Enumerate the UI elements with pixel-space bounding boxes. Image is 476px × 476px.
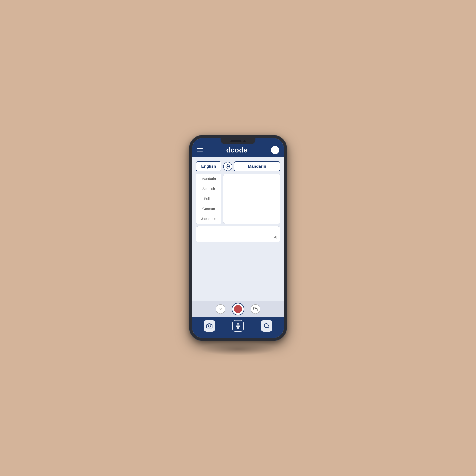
record-indicator [234, 305, 242, 313]
notch-speaker [230, 140, 241, 142]
hamburger-line-1 [197, 148, 203, 149]
language-from-wrapper: English [196, 161, 221, 171]
screen: dcode English [192, 138, 284, 338]
language-from-button[interactable]: English [196, 161, 221, 171]
profile-avatar[interactable] [271, 146, 279, 154]
language-row: English Mandarin [196, 161, 280, 171]
app-title: dcode [226, 146, 248, 154]
bottom-nav [192, 317, 284, 338]
dropdown-item-german[interactable]: German [196, 204, 221, 214]
menu-button[interactable] [197, 148, 203, 152]
dropdown-item-polish[interactable]: Polish [196, 194, 221, 204]
cancel-button[interactable] [216, 304, 225, 314]
translation-output-box [196, 226, 280, 242]
dropdown-item-spanish[interactable]: Spanish [196, 184, 221, 194]
dropdown-item-mandarin[interactable]: Mandarin [196, 174, 221, 184]
language-dropdown: Mandarin Spanish Polish German Japanese [196, 174, 221, 224]
record-button[interactable] [232, 303, 244, 315]
phone-wrapper: dcode English [184, 130, 292, 346]
svg-rect-3 [255, 309, 257, 311]
swap-languages-button[interactable] [223, 162, 232, 171]
controls-bar [192, 301, 284, 317]
notch-camera [243, 140, 246, 142]
notch [221, 138, 255, 144]
phone-body: dcode English [189, 135, 287, 341]
hamburger-line-3 [197, 152, 203, 152]
main-content: English Mandarin Mandar [192, 157, 284, 301]
svg-point-4 [208, 325, 211, 327]
copy-button[interactable] [251, 304, 260, 314]
language-to-button[interactable]: Mandarin [234, 161, 280, 171]
camera-nav-button[interactable] [204, 320, 215, 332]
middle-row: Mandarin Spanish Polish German Japanese [196, 174, 280, 224]
speaker-icon[interactable] [274, 235, 278, 240]
dropdown-item-japanese[interactable]: Japanese [196, 214, 221, 224]
svg-line-8 [268, 327, 269, 328]
microphone-nav-button[interactable] [232, 320, 244, 332]
search-nav-button[interactable] [261, 320, 272, 332]
translation-input-box[interactable] [223, 174, 280, 224]
hamburger-line-2 [197, 150, 203, 151]
